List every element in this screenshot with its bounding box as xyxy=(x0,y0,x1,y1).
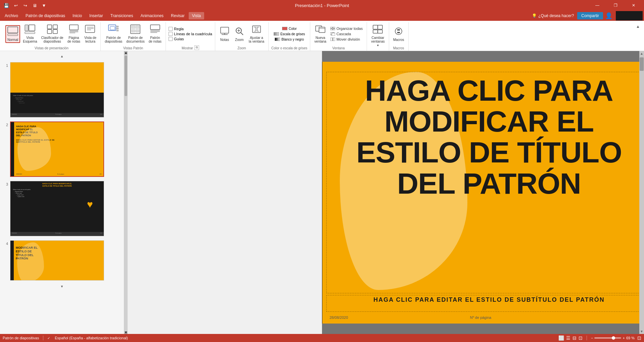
svg-rect-8 xyxy=(53,30,57,34)
svg-rect-1 xyxy=(8,34,18,36)
search-bar[interactable]: 💡 ¿Qué desea hacer? xyxy=(532,13,574,18)
menu-patron[interactable]: Patrón de diapositivas xyxy=(22,12,68,19)
macros-group-label: Macros xyxy=(393,45,404,50)
minimize-button[interactable]: — xyxy=(590,0,605,11)
patron-notas-button[interactable]: Patrónde notas xyxy=(147,24,163,44)
patron-diapositivas-button[interactable]: Patrón dediapositivas xyxy=(103,24,124,44)
menu-transiciones[interactable]: Transiciones xyxy=(107,12,137,19)
organizar-todas-label: Organizar todas xyxy=(336,27,363,31)
panel-scroll-up-arrow[interactable]: ▲ xyxy=(125,52,127,54)
save-icon[interactable]: 💾 xyxy=(3,2,10,9)
slide-main-subtitle[interactable]: HAGA CLIC PARA EDITAR EL ESTILO DE SUBTÍ… xyxy=(330,296,640,303)
vscroll-thumb[interactable] xyxy=(640,57,644,71)
search-text[interactable]: ¿Qué desea hacer? xyxy=(538,13,574,18)
menu-insertar[interactable]: Insertar xyxy=(86,12,106,19)
zoom-slider[interactable] xyxy=(594,337,621,339)
vista-esquema-icon xyxy=(25,25,35,35)
mostrar-expand-button[interactable]: ⧉ xyxy=(194,45,199,50)
slide-panel-scrollbar[interactable]: ▲ ▼ xyxy=(124,51,128,334)
color-group-label: Color o escala de grises xyxy=(271,45,307,50)
main-slide[interactable]: HAGA CLIC PARA MODIFICAR EL ESTILO DE TÍ… xyxy=(322,62,639,324)
patron-notas-icon xyxy=(150,25,160,35)
pagina-notas-button[interactable]: Páginade notas xyxy=(66,24,82,44)
blanco-negro-button[interactable]: Blanco y negro xyxy=(274,37,305,42)
slide-panel-scroll-up[interactable]: ▲ xyxy=(3,54,121,59)
slide-image-4[interactable]: MODIFICAR ELESTILO DETÍTULO DELPATRÓN xyxy=(10,240,104,281)
zoom-button[interactable]: Zoom xyxy=(233,26,246,42)
vscroll-down-arrow[interactable]: ▼ xyxy=(639,329,644,334)
nueva-ventana-button[interactable]: Nuevaventana xyxy=(313,24,328,44)
color-button[interactable]: Color xyxy=(281,27,297,31)
patron-documentos-button[interactable]: Patrón dedocumentos xyxy=(125,24,146,44)
zoom-percent[interactable]: 69 % xyxy=(626,336,635,340)
menu-inicio[interactable]: Inicio xyxy=(69,12,85,19)
user-icon[interactable]: 👤 xyxy=(605,12,612,19)
thumb-1-sub2: • Tercer nivel xyxy=(16,99,102,100)
svg-rect-56 xyxy=(396,31,401,32)
slide-num-1: 1 xyxy=(3,62,8,67)
slide-thumb-2[interactable]: 2 HAGA CLIC PARAMODIFICAR ELESTILO DE TÍ… xyxy=(3,121,121,178)
present-icon[interactable]: 🖥 xyxy=(31,2,38,9)
slide-thumb-3[interactable]: 3 HAGA CLIC PARA MODIFICAR ELESTILO DE T… xyxy=(3,180,121,237)
nueva-ventana-label: Nuevaventana xyxy=(314,36,326,43)
fullscreen-status-icon[interactable]: ⊡ xyxy=(579,335,583,341)
cambiar-ventanas-button[interactable]: Cambiarventanas ▼ xyxy=(370,24,386,48)
vscroll-up-arrow[interactable]: ▲ xyxy=(639,51,644,56)
slide-image-2[interactable]: HAGA CLIC PARAMODIFICAR ELESTILO DE TÍTU… xyxy=(10,121,104,177)
thumb-content-1: HAGA CLIC PARA MODIFICAR ELESTILO DE TÍT… xyxy=(10,62,104,117)
guias-checkbox[interactable]: Guías xyxy=(169,37,212,41)
share-button[interactable]: Compartir xyxy=(577,12,603,19)
thumb-1-sub1: – Segundo Nivel xyxy=(14,97,102,99)
slide-thumb-1[interactable]: 1 HAGA CLIC PARA MODIFICAR ELESTILO DE T… xyxy=(3,61,121,118)
close-button[interactable]: ✕ xyxy=(626,0,641,11)
thumb-content-4: MODIFICAR ELESTILO DETÍTULO DELPATRÓN xyxy=(10,241,104,281)
zoom-slider-thumb[interactable] xyxy=(612,336,615,340)
guias-label: Guías xyxy=(174,37,184,41)
ribbon-group-mostrar: Regla Líneas de la cuadrícula Guías Most… xyxy=(166,22,215,51)
cascada-button[interactable]: Cascada xyxy=(329,32,364,36)
cascada-label: Cascada xyxy=(336,32,351,36)
slide-main-title[interactable]: HAGA CLIC PARA MODIFICAR EL ESTILO DE TÍ… xyxy=(330,75,640,199)
mover-division-button[interactable]: Mover división xyxy=(329,37,364,42)
restore-button[interactable]: ❐ xyxy=(608,0,623,11)
normal-view-status-icon[interactable]: ⬜ xyxy=(558,335,564,341)
redo-icon[interactable]: ↪ xyxy=(21,2,29,9)
slide-image-3[interactable]: HAGA CLIC PARA MODIFICAR ELESTILO DE TIT… xyxy=(10,181,104,236)
normal-view-label: Normal xyxy=(7,38,18,42)
customize-icon[interactable]: ▼ xyxy=(40,2,48,9)
ribbon-group-zoom: Notas Zoom xyxy=(215,22,269,51)
slide-panel-scroll-down[interactable]: ▼ xyxy=(3,284,121,289)
lineas-checkbox[interactable]: Líneas de la cuadrícula xyxy=(169,32,212,36)
panel-scroll-thumb[interactable] xyxy=(125,56,127,96)
vista-esquema-button[interactable]: VistaEsquema xyxy=(21,24,38,44)
thumb-1-top: HAGA CLIC PARA MODIFICAR ELESTILO DE TÍT… xyxy=(10,62,104,93)
undo-icon[interactable]: ↩ xyxy=(12,2,19,9)
status-language[interactable]: Español (España - alfabetización tradici… xyxy=(55,336,128,340)
menu-archivo[interactable]: Archivo xyxy=(1,12,21,19)
panel-scroll-down-arrow[interactable]: ▼ xyxy=(125,331,127,334)
ajustar-button[interactable]: Ajustar ala ventana xyxy=(247,24,266,44)
slide-thumb-4[interactable]: 4 MODIFICAR ELESTILO DETÍTULO DELPATRÓN xyxy=(3,240,121,281)
menu-vista[interactable]: Vista xyxy=(189,12,204,19)
notas-button[interactable]: Notas xyxy=(218,26,231,42)
menu-revisar[interactable]: Revisar xyxy=(168,12,188,19)
ribbon-collapse-button[interactable]: ▲ xyxy=(635,23,641,30)
escala-grises-button[interactable]: Escala de grises xyxy=(273,32,306,36)
fit-slide-button[interactable]: ⊡ xyxy=(637,335,641,341)
zoom-in-button[interactable]: + xyxy=(623,336,625,340)
status-spelling-icon[interactable]: ✓ xyxy=(47,336,52,340)
regla-checkbox[interactable]: Regla xyxy=(169,27,212,31)
organizar-todas-button[interactable]: Organizar todas xyxy=(329,26,364,31)
vista-lectura-button[interactable]: Vista delectura xyxy=(83,24,98,44)
menu-animaciones[interactable]: Animaciones xyxy=(137,12,167,19)
slide-area-vscroll[interactable]: ▲ ▼ xyxy=(639,51,644,334)
thumb-3-heart: ♥ xyxy=(78,189,102,220)
clasificador-button[interactable]: Clasificador dediapositivas xyxy=(40,24,64,44)
slide-list-status-icon[interactable]: ☰ xyxy=(566,335,570,341)
slide-num-3: 3 xyxy=(3,181,8,186)
macros-button[interactable]: Macros xyxy=(392,26,406,42)
zoom-out-button[interactable]: − xyxy=(591,336,593,340)
normal-view-button[interactable]: Normal xyxy=(5,25,20,43)
slide-image-1[interactable]: HAGA CLIC PARA MODIFICAR ELESTILO DE TÍT… xyxy=(10,62,104,117)
reading-view-status-icon[interactable]: ⊟ xyxy=(572,335,577,341)
